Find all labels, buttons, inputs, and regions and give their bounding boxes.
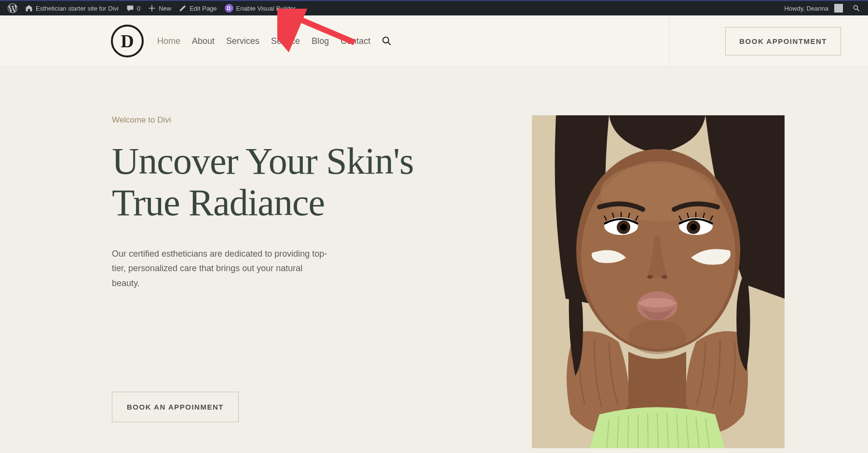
wp-admin-bar: Esthetician starter site for Divi 0 New … xyxy=(0,0,868,15)
edit-page-label: Edit Page xyxy=(190,5,217,12)
hero-text-column: Welcome to Divi Uncover Your Skin's True… xyxy=(0,67,448,453)
plus-icon xyxy=(148,4,156,12)
site-name-link[interactable]: Esthetician starter site for Divi xyxy=(21,1,122,15)
pencil-icon xyxy=(179,4,187,12)
site-header: D Home About Services Service Blog Conta… xyxy=(0,15,868,67)
svg-line-20 xyxy=(628,415,628,448)
svg-line-3 xyxy=(388,42,391,45)
nav-blog[interactable]: Blog xyxy=(312,36,329,46)
main-content: Welcome to Divi Uncover Your Skin's True… xyxy=(0,67,868,453)
divi-icon: D xyxy=(225,4,233,13)
new-content-link[interactable]: New xyxy=(144,1,175,15)
new-label: New xyxy=(159,5,171,12)
svg-point-7 xyxy=(600,164,716,221)
comment-icon xyxy=(126,4,134,12)
site-name-text: Esthetician starter site for Divi xyxy=(36,5,119,12)
search-icon xyxy=(853,4,860,12)
svg-point-17 xyxy=(628,320,686,354)
nav-service[interactable]: Service xyxy=(271,36,300,46)
header-left: D Home About Services Service Blog Conta… xyxy=(111,25,392,57)
hero-eyebrow: Welcome to Divi xyxy=(112,115,420,125)
site-logo[interactable]: D xyxy=(111,25,144,57)
book-appointment-button[interactable]: BOOK APPOINTMENT xyxy=(725,27,841,55)
nav-services[interactable]: Services xyxy=(226,36,259,46)
greeting-text: Howdy, Deanna xyxy=(784,5,828,12)
svg-point-10 xyxy=(620,224,627,231)
hero-image xyxy=(532,115,785,448)
svg-point-14 xyxy=(647,275,653,279)
nav-home[interactable]: Home xyxy=(157,36,180,46)
svg-point-13 xyxy=(690,224,697,231)
main-nav: Home About Services Service Blog Contact xyxy=(157,36,392,46)
comments-link[interactable]: 0 xyxy=(122,1,144,15)
svg-point-15 xyxy=(662,275,667,279)
face-illustration xyxy=(532,115,785,448)
search-toggle[interactable] xyxy=(849,1,864,15)
comments-count: 0 xyxy=(137,5,140,12)
enable-visual-builder-link[interactable]: D Enable Visual Builder xyxy=(221,1,299,15)
nav-about[interactable]: About xyxy=(192,36,215,46)
header-right: BOOK APPOINTMENT xyxy=(669,15,841,67)
edit-page-link[interactable]: Edit Page xyxy=(175,1,220,15)
svg-line-22 xyxy=(648,413,648,448)
nav-contact[interactable]: Contact xyxy=(340,36,370,46)
header-divider xyxy=(669,15,670,67)
hero-image-column xyxy=(448,67,868,453)
admin-bar-left: Esthetician starter site for Divi 0 New … xyxy=(4,1,299,15)
user-greeting-link[interactable]: Howdy, Deanna xyxy=(780,1,847,15)
wp-logo-icon[interactable] xyxy=(4,1,21,15)
hero-title: Uncover Your Skin's True Radiance xyxy=(112,140,420,223)
admin-bar-right: Howdy, Deanna xyxy=(780,1,864,15)
hero-cta-button[interactable]: BOOK AN APPOINMENT xyxy=(112,392,239,422)
svg-point-2 xyxy=(383,37,389,43)
avatar-icon xyxy=(834,4,843,13)
visual-builder-label: Enable Visual Builder xyxy=(236,5,296,12)
hero-description: Our certified estheticians are dedicated… xyxy=(112,247,329,291)
home-icon xyxy=(25,4,33,12)
nav-search-icon[interactable] xyxy=(382,36,392,46)
